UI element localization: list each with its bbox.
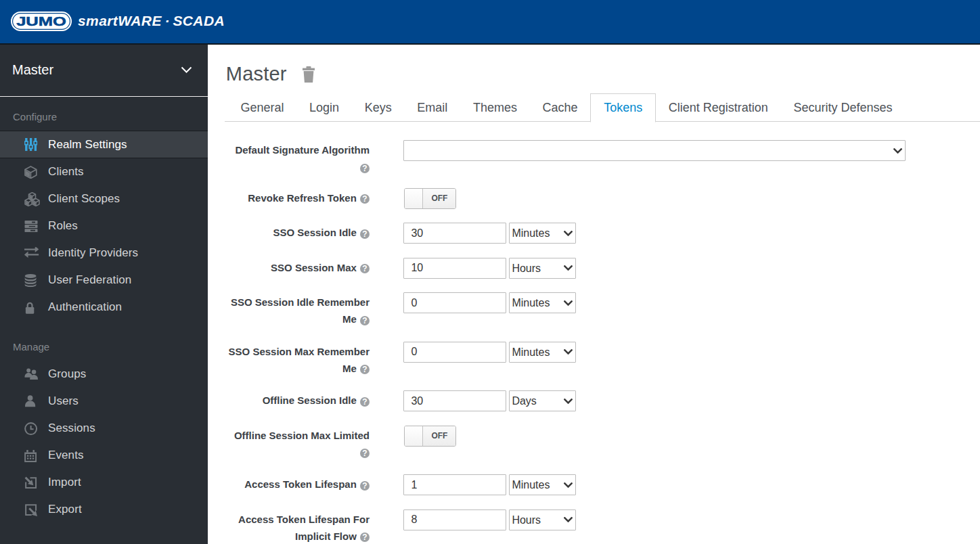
svg-text:JUMO: JUMO	[16, 15, 66, 29]
